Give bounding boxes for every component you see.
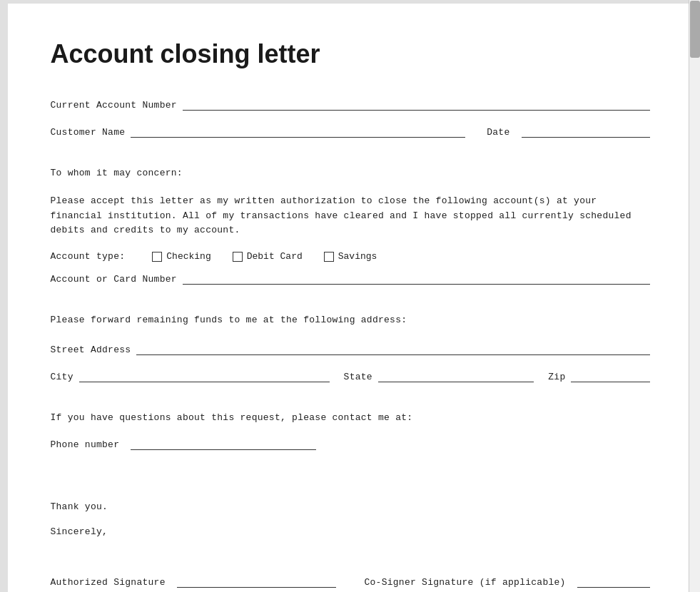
- phone-number-input[interactable]: [131, 437, 316, 450]
- cosigner-signature-label: Co-Signer Signature (if applicable): [365, 577, 566, 588]
- date-input[interactable]: [522, 125, 650, 138]
- account-card-number-row: Account or Card Number: [51, 272, 650, 285]
- current-account-number-label: Current Account Number: [51, 100, 177, 111]
- city-field: City: [51, 369, 330, 382]
- street-address-input[interactable]: [136, 342, 649, 355]
- account-type-row: Account type: Checking Debit Card Saving…: [51, 251, 650, 262]
- authorized-signature-input[interactable]: [177, 575, 336, 588]
- account-card-number-label: Account or Card Number: [51, 274, 177, 285]
- street-address-label: Street Address: [51, 345, 131, 355]
- cosigner-signature-input[interactable]: [577, 575, 650, 588]
- city-label: City: [51, 372, 73, 382]
- checking-checkbox-item[interactable]: Checking: [152, 251, 210, 262]
- questions-text: If you have questions about this request…: [51, 411, 650, 426]
- city-input[interactable]: [79, 369, 330, 382]
- scrollbar-thumb[interactable]: [690, 1, 700, 58]
- savings-checkbox[interactable]: [324, 252, 334, 262]
- state-label: State: [344, 372, 372, 382]
- checking-checkbox[interactable]: [152, 252, 162, 262]
- date-label: Date: [487, 127, 509, 138]
- document-title: Account closing letter: [51, 39, 650, 69]
- current-account-number-row: Current Account Number: [51, 98, 650, 111]
- customer-name-date-row: Customer Name Date: [51, 125, 650, 138]
- scrollbar[interactable]: [689, 0, 700, 592]
- account-type-label: Account type:: [51, 251, 126, 262]
- debit-card-checkbox[interactable]: [233, 252, 243, 262]
- zip-field: Zip: [548, 369, 649, 382]
- city-state-zip-row: City State Zip: [51, 369, 650, 382]
- authorized-signature-label: Authorized Signature: [51, 577, 166, 588]
- customer-name-label: Customer Name: [51, 127, 126, 138]
- forward-funds-text: Please forward remaining funds to me at …: [51, 313, 650, 328]
- sincerely-text: Sincerely,: [51, 525, 650, 540]
- zip-input[interactable]: [571, 369, 649, 382]
- thank-you-text: Thank you.: [51, 500, 650, 515]
- debit-card-checkbox-item[interactable]: Debit Card: [233, 251, 303, 262]
- zip-label: Zip: [548, 372, 565, 382]
- phone-number-row: Phone number: [51, 437, 650, 450]
- body-text: Please accept this letter as my written …: [51, 194, 650, 238]
- customer-name-input[interactable]: [131, 125, 465, 138]
- phone-number-label: Phone number: [51, 439, 120, 450]
- cosigner-signature-col: Co-Signer Signature (if applicable): [365, 575, 650, 588]
- state-input[interactable]: [378, 369, 534, 382]
- signature-row: Authorized Signature Co-Signer Signature…: [51, 575, 650, 588]
- street-address-row: Street Address: [51, 342, 650, 355]
- checking-label: Checking: [166, 251, 210, 262]
- to-whom-text: To whom it may concern:: [51, 166, 650, 181]
- document-page: Account closing letter Current Account N…: [8, 4, 693, 592]
- state-field: State: [344, 369, 534, 382]
- current-account-number-input[interactable]: [183, 98, 650, 111]
- debit-card-label: Debit Card: [247, 251, 303, 262]
- authorized-signature-col: Authorized Signature: [51, 575, 336, 588]
- savings-label: Savings: [338, 251, 377, 262]
- account-card-number-input[interactable]: [183, 272, 650, 285]
- savings-checkbox-item[interactable]: Savings: [324, 251, 377, 262]
